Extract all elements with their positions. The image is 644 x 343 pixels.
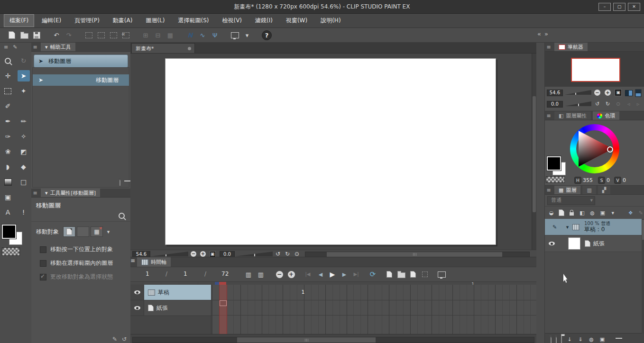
search-layer-tab[interactable]: ▞ — [598, 186, 610, 194]
color-wheel-tab[interactable]: 色環 — [593, 111, 619, 120]
canvas-viewport[interactable] — [130, 54, 536, 250]
timeline-tracks[interactable]: 草稿 紙張 — [130, 285, 536, 334]
brush-tool[interactable]: ✑ — [2, 131, 14, 142]
menu-layer[interactable]: 圖層(L) — [140, 14, 170, 27]
layer-name[interactable]: 草稿 : 0 — [584, 226, 610, 233]
maximize-button[interactable]: ▢ — [613, 3, 626, 11]
gradient-tool[interactable] — [2, 176, 14, 188]
navigator-zoom-in-icon[interactable]: + — [604, 89, 612, 97]
expand-right-panel-icon[interactable]: » — [544, 30, 548, 37]
airbrush-tool[interactable]: ✧ — [18, 131, 30, 142]
color-panel-menu-icon[interactable]: ≡ — [545, 111, 552, 120]
navigator-zoom-value[interactable]: 54.6 — [547, 90, 563, 96]
timeline-menu-icon[interactable]: ≡ — [130, 257, 135, 267]
draft-layer-icon[interactable] — [558, 209, 566, 217]
navigator-view-frame[interactable] — [571, 58, 620, 82]
search-settings-icon[interactable] — [119, 213, 125, 219]
navigator-rotate-right-icon[interactable]: ↻ — [604, 100, 612, 108]
layer-row-draft[interactable]: ✎ ▾ 100 % 普通 草稿 : 0 — [545, 219, 644, 235]
zoom-slider[interactable] — [151, 252, 188, 256]
new-animation-folder-icon[interactable] — [396, 269, 406, 280]
menu-edit[interactable]: 編輯(E) — [36, 14, 67, 27]
go-to-start-icon[interactable]: |◀ — [303, 269, 313, 280]
text-tool[interactable]: A — [2, 207, 14, 218]
enable-mask-icon[interactable]: ◍ — [589, 209, 596, 217]
layer-thumbnail[interactable] — [568, 237, 580, 250]
fill-tool[interactable]: ◆ — [18, 161, 30, 172]
copy-subtool-icon[interactable] — [120, 179, 120, 185]
tool-property-tab[interactable]: ▾ 工具屬性[移動圖層] — [41, 189, 100, 197]
layer-property-tab[interactable]: ◧ 圖層屬性 — [554, 111, 591, 120]
perspective-ruler-icon[interactable]: N — [185, 30, 195, 40]
layer-panel-menu-icon[interactable]: ≡ — [545, 186, 552, 194]
eraser-tool[interactable]: ◩ — [18, 146, 30, 157]
tool-property-menu-icon[interactable]: ≡ — [31, 189, 39, 197]
new-vector-layer-icon[interactable] — [556, 336, 557, 343]
navigator-zoom-out-icon[interactable]: − — [593, 89, 601, 97]
collapse-subtool-panel-icon[interactable]: « — [121, 30, 125, 37]
move-tool[interactable]: ✛ — [2, 70, 14, 81]
auto-select-tool[interactable]: ✦ — [18, 85, 30, 97]
collapse-right-panel-icon[interactable]: « — [537, 30, 541, 37]
menu-file[interactable]: 檔案(F) — [4, 14, 34, 27]
menu-view[interactable]: 檢視(V) — [216, 14, 248, 27]
reset-settings-icon[interactable]: ↺ — [122, 336, 127, 343]
marquee-select-tool[interactable] — [2, 85, 14, 97]
tool-panel-menu-icon[interactable]: ≡ — [4, 44, 8, 50]
pen-tool[interactable]: ✒ — [2, 116, 14, 127]
new-raster-layer-icon[interactable] — [551, 336, 552, 343]
pencil-tool[interactable]: ✏ — [18, 116, 30, 127]
main-color-swatch[interactable] — [547, 156, 561, 171]
subtool-tab[interactable]: ▾ 輔助工具 — [41, 43, 75, 51]
navigator-rotate-left-icon[interactable]: ↺ — [593, 100, 601, 108]
onion-skin-prev-icon[interactable]: ▥ — [243, 269, 254, 280]
track-row-draft[interactable]: 草稿 — [130, 285, 211, 300]
current-frame-value[interactable]: 1 — [184, 271, 187, 277]
eyedropper-tool[interactable]: ✐ — [2, 100, 14, 112]
loop-play-icon[interactable]: ⟳ — [368, 269, 378, 280]
flip-horizontal-icon[interactable] — [625, 89, 633, 97]
canvas-vscroll-handle[interactable] — [533, 96, 536, 212]
onion-skin-next-icon[interactable]: ▥ — [256, 269, 266, 280]
timeline-tab[interactable]: 時間軸 — [137, 257, 171, 267]
close-button[interactable]: ✕ — [628, 3, 640, 11]
lock-layer-icon[interactable] — [568, 209, 576, 217]
save-file-icon[interactable] — [31, 30, 42, 40]
layer-list-scrollbar[interactable] — [642, 219, 644, 334]
transparent-swatch[interactable] — [546, 176, 565, 183]
register-settings-icon[interactable]: ✎ — [112, 336, 117, 343]
previous-frame-icon[interactable]: ◀ — [315, 269, 326, 280]
track-row-paper[interactable]: 紙張 — [130, 300, 211, 316]
set-as-reference-icon[interactable]: ▣ — [599, 209, 607, 217]
create-mask-icon[interactable]: ◍ — [588, 335, 595, 343]
new-layer-folder-icon[interactable] — [561, 336, 562, 343]
new-animation-cel-icon[interactable] — [384, 269, 395, 280]
subtool-item-layer-move[interactable]: ➤ 移動圖層 — [33, 74, 129, 86]
end-frame-value[interactable]: 72 — [221, 271, 229, 277]
layer-toolbar-dropdown-icon[interactable]: ▾ — [609, 209, 616, 217]
view-mode-icon[interactable] — [230, 30, 240, 40]
menu-filter[interactable]: 濾鏡(I) — [249, 14, 278, 27]
clip-to-layer-below-icon[interactable]: ◒ — [548, 209, 555, 217]
menu-help[interactable]: 說明(H) — [315, 14, 346, 27]
navigator-preview[interactable] — [545, 52, 644, 87]
start-frame-value[interactable]: 1 — [146, 271, 149, 277]
checkbox-move-layer-in-selection[interactable] — [40, 260, 46, 267]
navigator-reset-rotation-icon[interactable]: ⊙ — [614, 100, 622, 108]
color-indicator[interactable] — [607, 146, 613, 153]
transparent-color-swatch[interactable] — [2, 247, 20, 256]
two-pane-tab[interactable]: ▥ — [582, 186, 596, 194]
apply-mask-icon[interactable]: ▣ — [599, 335, 606, 343]
symmetry-ruler-icon[interactable]: Ψ — [210, 30, 220, 40]
main-color-swatch[interactable] — [2, 225, 16, 239]
layer-tab[interactable]: ▦ 圖層 — [554, 186, 580, 194]
document-tab[interactable]: 新畫布* — [131, 43, 195, 53]
move-target-layer-button[interactable] — [63, 226, 75, 237]
move-target-dropdown-icon[interactable]: ▾ — [104, 228, 112, 236]
menu-page-manage[interactable]: 頁管理(P) — [69, 14, 105, 27]
move-target-grid-button[interactable]: ▦✕ — [91, 226, 103, 237]
hue-value[interactable]: 355 — [583, 177, 593, 183]
canvas-vertical-scrollbar[interactable] — [532, 54, 536, 250]
navigator-tab[interactable]: 導航器 — [554, 43, 588, 51]
specify-cel-icon[interactable] — [408, 269, 418, 280]
